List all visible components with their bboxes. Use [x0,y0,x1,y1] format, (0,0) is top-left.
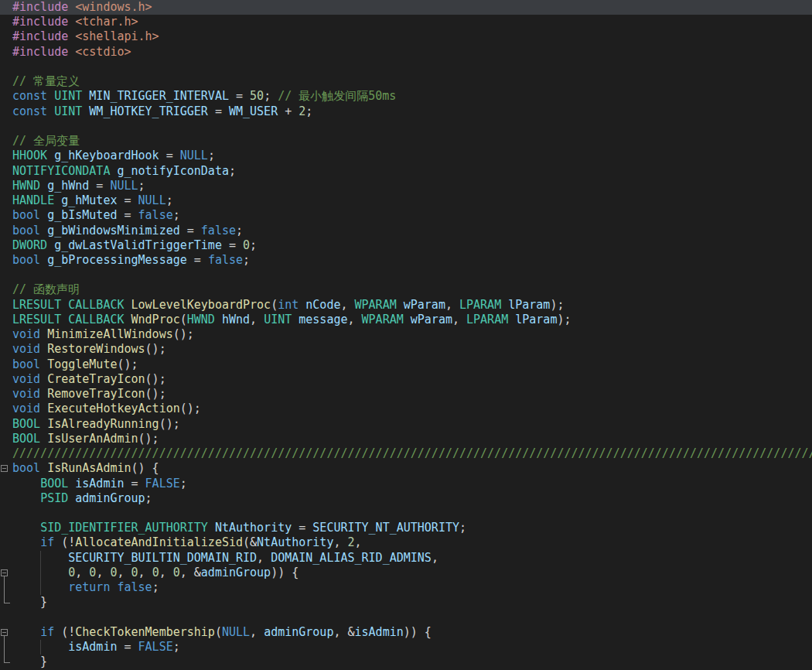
code-token: NULL [222,625,250,639]
code-token: , & [180,566,201,579]
code-editor[interactable]: #include <windows.h>#include <tchar.h>#i… [0,0,812,670]
code-token: <tchar.h> [75,15,138,29]
fold-collapse-icon[interactable] [1,569,8,576]
code-line[interactable]: bool ToggleMute(); [0,357,812,372]
code-token [47,238,54,252]
code-token: ////////////////////////////////////////… [12,446,812,460]
code-token: , [257,551,271,565]
code-line[interactable]: } [0,655,812,669]
code-token: hWnd [222,313,250,326]
code-token: = [117,208,138,222]
code-token: adminGroup [75,491,145,505]
code-token: // 常量定义 [12,74,80,88]
code-token: LPARAM [466,313,508,326]
fold-guide-line [4,595,5,603]
code-line[interactable]: void MinimizeAllWindows(); [0,327,812,342]
line-code: // 全局变量 [12,134,80,149]
code-line[interactable]: #include <cstdio> [0,45,812,60]
code-line[interactable]: bool g_bProcessingMessage = false; [0,253,812,268]
code-token [68,491,75,505]
code-token: false [138,208,173,222]
line-code: #include <tchar.h> [12,15,138,29]
code-line-current[interactable]: #include <windows.h> [0,0,812,15]
code-token: 50 [250,89,264,103]
code-token: NtAuthority [257,535,333,549]
code-line[interactable]: SID_IDENTIFIER_AUTHORITY NtAuthority = S… [0,521,812,535]
code-token: (); [145,342,166,356]
code-line[interactable]: const UINT MIN_TRIGGER_INTERVAL = 50; //… [0,89,812,104]
code-line[interactable]: NOTIFYICONDATA g_notifyIconData; [0,164,812,179]
code-token: ; [250,238,257,252]
code-token: 0 [173,566,180,579]
code-line[interactable]: HWND g_hWnd = NULL; [0,179,812,193]
code-token: ); [557,313,571,326]
code-line[interactable] [0,60,812,74]
code-token: , [432,551,438,565]
code-token: ( [215,625,222,639]
code-line[interactable]: const UINT WM_HOTKEY_TRIGGER = WM_USER +… [0,104,812,119]
code-line[interactable]: HANDLE g_hMutex = NULL; [0,193,812,208]
code-token [40,357,47,371]
code-token: HWND [12,179,40,193]
code-token: isAdmin [68,640,117,654]
code-line[interactable]: BOOL IsUserAnAdmin(); [0,432,812,446]
code-line[interactable]: #include <shellapi.h> [0,29,812,44]
code-line[interactable]: void ExecuteHotkeyAction(); [0,402,812,416]
code-line[interactable]: if (!AllocateAndInitializeSid(&NtAuthori… [0,535,812,550]
code-line[interactable]: void CreateTrayIcon(); [0,372,812,387]
code-line[interactable] [0,506,812,521]
code-line[interactable]: DWORD g_dwLastValidTriggerTime = 0; [0,238,812,253]
code-line[interactable]: #include <tchar.h> [0,15,812,29]
code-line[interactable]: // 常量定义 [0,74,812,89]
code-token: BOOL [12,417,40,431]
code-token: <shellapi.h> [75,29,159,43]
code-line[interactable]: bool IsRunAsAdmin() { [0,461,812,476]
code-line[interactable]: // 函数声明 [0,282,812,297]
code-token: void [12,372,40,386]
line-code: SID_IDENTIFIER_AUTHORITY NtAuthority = S… [12,521,466,535]
line-code: void MinimizeAllWindows(); [12,327,194,342]
line-code: const UINT WM_HOTKEY_TRIGGER = WM_USER +… [12,104,312,119]
line-code: bool g_bWindowsMinimized = false; [12,224,243,238]
line-code: } [12,655,47,669]
code-token: () { [131,461,159,475]
code-token: = [180,224,201,238]
code-token: ; [173,640,180,654]
code-line[interactable]: 0, 0, 0, 0, 0, 0, &adminGroup)) { [0,566,812,580]
code-token [40,417,47,431]
code-token: adminGroup [201,566,271,579]
code-line[interactable]: LRESULT CALLBACK LowLevelKeyboardProc(in… [0,298,812,313]
code-line[interactable]: } [0,595,812,610]
code-token: bool [12,208,40,222]
code-line[interactable]: HHOOK g_hKeyboardHook = NULL; [0,149,812,163]
code-token: (); [145,372,166,386]
code-line[interactable]: BOOL isAdmin = FALSE; [0,477,812,491]
code-line[interactable]: bool g_bWindowsMinimized = false; [0,224,812,238]
code-line[interactable]: bool g_bIsMuted = false; [0,208,812,223]
code-line[interactable] [0,610,812,625]
code-token: , [75,566,89,579]
code-token [12,535,40,549]
code-token: <windows.h> [75,0,152,14]
code-line[interactable]: PSID adminGroup; [0,491,812,506]
code-token: false [201,224,236,238]
code-line[interactable]: if (!CheckTokenMembership(NULL, adminGro… [0,625,812,640]
fold-collapse-icon[interactable] [1,465,8,472]
code-line[interactable]: LRESULT CALLBACK WndProc(HWND hWnd, UINT… [0,313,812,327]
code-token [40,253,47,267]
code-token [40,327,47,341]
code-line[interactable]: return false; [0,580,812,595]
code-line[interactable] [0,268,812,282]
code-token: int [278,298,299,312]
code-line[interactable]: SECURITY_BUILTIN_DOMAIN_RID, DOMAIN_ALIA… [0,551,812,566]
code-area[interactable]: #include <windows.h>#include <tchar.h>#i… [0,0,812,670]
code-line[interactable]: // 全局变量 [0,134,812,149]
code-line[interactable] [0,119,812,134]
fold-collapse-icon[interactable] [1,629,8,636]
code-line[interactable]: void RestoreWindows(); [0,342,812,357]
code-line[interactable]: ////////////////////////////////////////… [0,446,812,461]
code-line[interactable]: isAdmin = FALSE; [0,640,812,655]
code-line[interactable]: void RemoveTrayIcon(); [0,387,812,402]
code-line[interactable]: BOOL IsAlreadyRunning(); [0,417,812,432]
code-token [40,208,47,222]
